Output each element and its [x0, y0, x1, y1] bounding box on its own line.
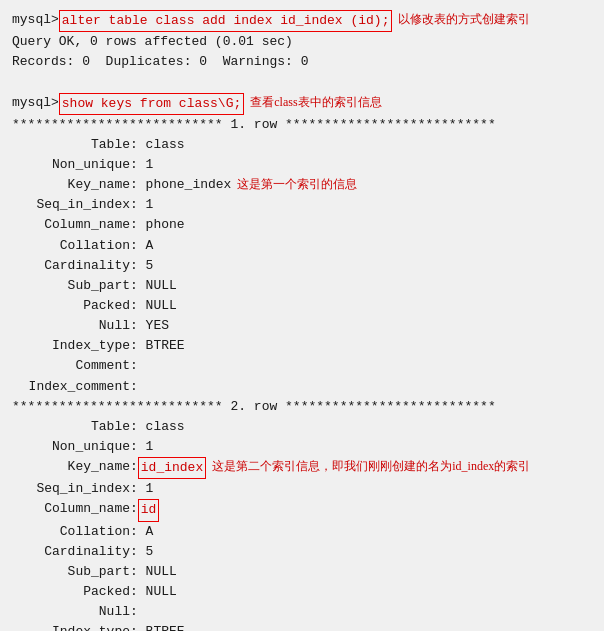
field-indextype-1: Index_type : BTREE [12, 336, 592, 356]
val-comment-1: : [130, 356, 138, 376]
field-indexcomment-1: Index_comment : [12, 377, 592, 397]
field-keyname-1: Key_name : phone_index 这是第一个索引的信息 [12, 175, 592, 195]
label-indexcomment-1: Index_comment [12, 377, 130, 397]
colon-keyname-2: : [130, 457, 138, 479]
val-nonunique-1: : 1 [130, 155, 153, 175]
val-keyname-2: id_index [138, 457, 206, 479]
val-packed-1: : NULL [130, 296, 177, 316]
label-nonunique-2: Non_unique [12, 437, 130, 457]
prompt-1: mysql> [12, 10, 59, 32]
val-indextype-1: : BTREE [130, 336, 185, 356]
prompt-2: mysql> [12, 93, 59, 115]
command-line-2: mysql> show keys from class\G; 查看class表中… [12, 93, 592, 115]
field-table-2: Table : class [12, 417, 592, 437]
label-colname-1: Column_name [12, 215, 130, 235]
label-seqindex-2: Seq_in_index [12, 479, 130, 499]
val-nonunique-2: : 1 [130, 437, 153, 457]
val-subpart-1: : NULL [130, 276, 177, 296]
query-ok-line: Query OK, 0 rows affected (0.01 sec) [12, 32, 592, 52]
terminal-window: mysql> alter table class add index id_in… [0, 0, 604, 631]
val-table-2: : class [130, 417, 185, 437]
val-packed-2: : NULL [130, 582, 177, 602]
label-packed-2: Packed [12, 582, 130, 602]
val-indextype-2: : BTREE [130, 622, 185, 631]
val-subpart-2: : NULL [130, 562, 177, 582]
label-cardinality-1: Cardinality [12, 256, 130, 276]
val-collation-2: : A [130, 522, 153, 542]
label-packed-1: Packed [12, 296, 130, 316]
val-null-1: : YES [130, 316, 169, 336]
label-table-1: Table [12, 135, 130, 155]
field-collation-1: Collation : A [12, 236, 592, 256]
field-subpart-2: Sub_part : NULL [12, 562, 592, 582]
val-cardinality-1: : 5 [130, 256, 153, 276]
stars-row-2: *************************** 2. row *****… [12, 397, 592, 417]
val-null-2: : [130, 602, 138, 622]
field-packed-1: Packed : NULL [12, 296, 592, 316]
label-colname-2: Column_name [12, 499, 130, 521]
annotation-keyname-2: 这是第二个索引信息，即我们刚刚创建的名为id_index的索引 [212, 457, 530, 479]
field-cardinality-1: Cardinality : 5 [12, 256, 592, 276]
val-collation-1: : A [130, 236, 153, 256]
label-keyname-2: Key_name [12, 457, 130, 479]
records-line: Records: 0 Duplicates: 0 Warnings: 0 [12, 52, 592, 72]
command-line-1: mysql> alter table class add index id_in… [12, 10, 592, 32]
val-colname-2: id [138, 499, 160, 521]
field-collation-2: Collation : A [12, 522, 592, 542]
field-null-1: Null : YES [12, 316, 592, 336]
label-comment-1: Comment [12, 356, 130, 376]
field-packed-2: Packed : NULL [12, 582, 592, 602]
field-comment-1: Comment : [12, 356, 592, 376]
stars-row-1: *************************** 1. row *****… [12, 115, 592, 135]
annotation-keyname-1: 这是第一个索引的信息 [237, 175, 357, 195]
label-indextype-1: Index_type [12, 336, 130, 356]
field-cardinality-2: Cardinality : 5 [12, 542, 592, 562]
show-keys-cmd: show keys from class\G; [59, 93, 244, 115]
field-table-1: Table : class [12, 135, 592, 155]
field-seqindex-1: Seq_in_index : 1 [12, 195, 592, 215]
val-indexcomment-1: : [130, 377, 138, 397]
colon-colname-2: : [130, 499, 138, 521]
field-nonunique-1: Non_unique : 1 [12, 155, 592, 175]
val-seqindex-1: : 1 [130, 195, 153, 215]
field-keyname-2: Key_name : id_index 这是第二个索引信息，即我们刚刚创建的名为… [12, 457, 592, 479]
field-null-2: Null : [12, 602, 592, 622]
field-nonunique-2: Non_unique : 1 [12, 437, 592, 457]
val-cardinality-2: : 5 [130, 542, 153, 562]
val-seqindex-2: : 1 [130, 479, 153, 499]
annotation-show-keys: 查看class表中的索引信息 [250, 93, 381, 115]
blank-line-1 [12, 72, 592, 92]
field-colname-1: Column_name : phone [12, 215, 592, 235]
label-table-2: Table [12, 417, 130, 437]
val-colname-1: : phone [130, 215, 185, 235]
alter-table-cmd: alter table class add index id_index (id… [59, 10, 393, 32]
label-null-2: Null [12, 602, 130, 622]
label-seqindex-1: Seq_in_index [12, 195, 130, 215]
label-collation-2: Collation [12, 522, 130, 542]
label-subpart-2: Sub_part [12, 562, 130, 582]
colon-1: : class [130, 135, 185, 155]
annotation-alter: 以修改表的方式创建索引 [398, 10, 530, 32]
field-seqindex-2: Seq_in_index : 1 [12, 479, 592, 499]
label-keyname-1: Key_name [12, 175, 130, 195]
label-indextype-2: Index_type [12, 622, 130, 631]
field-subpart-1: Sub_part : NULL [12, 276, 592, 296]
field-indextype-2: Index_type : BTREE [12, 622, 592, 631]
val-keyname-1: : phone_index [130, 175, 231, 195]
label-nonunique-1: Non_unique [12, 155, 130, 175]
label-subpart-1: Sub_part [12, 276, 130, 296]
label-null-1: Null [12, 316, 130, 336]
label-collation-1: Collation [12, 236, 130, 256]
field-colname-2: Column_name : id [12, 499, 592, 521]
label-cardinality-2: Cardinality [12, 542, 130, 562]
